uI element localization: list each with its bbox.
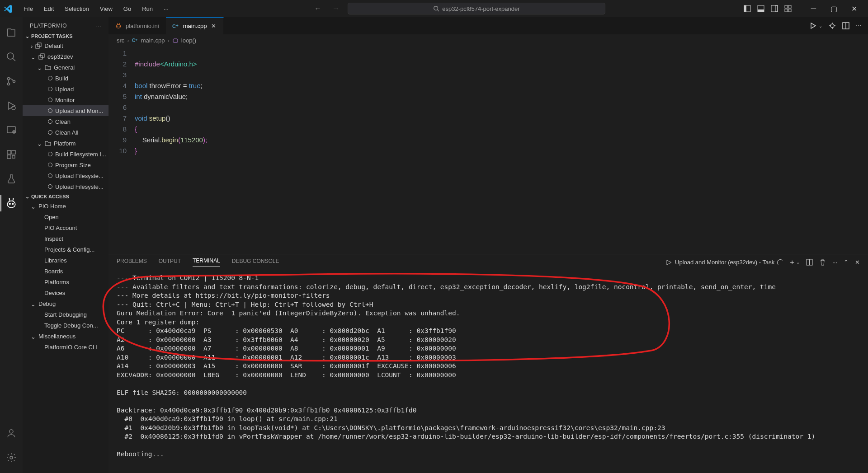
task-clean-all[interactable]: Clean All [23,127,108,138]
qa-platforms[interactable]: Platforms [23,276,108,287]
qa-boards[interactable]: Boards [23,266,108,276]
activity-run-debug-icon[interactable] [0,95,22,117]
task-upload[interactable]: Upload [23,84,108,94]
panel-more-icon[interactable]: ··· [832,259,837,266]
qa-open[interactable]: Open [23,211,108,222]
panel-tab-output[interactable]: OUTPUT [159,258,181,267]
menu-view[interactable]: View [95,4,117,14]
qa-misc[interactable]: ⌄Miscellaneous [23,331,108,342]
qa-devices[interactable]: Devices [23,287,108,298]
section-project-tasks[interactable]: ⌄PROJECT TASKS [23,32,108,40]
qa-libraries[interactable]: Libraries [23,255,108,266]
pio-file-icon [115,22,122,29]
env-esp32dev[interactable]: ⌄esp32dev [23,51,108,62]
split-editor-icon[interactable] [842,22,849,29]
menu-go[interactable]: Go [119,4,136,14]
window-minimize[interactable]: ─ [803,2,824,15]
task-indicator[interactable]: Upload and Monitor (esp32dev) - Task [666,259,783,266]
qa-toggle-debug[interactable]: Toggle Debug Con... [23,320,108,331]
task-program-size[interactable]: Program Size [23,159,108,170]
activity-platformio-icon[interactable] [0,192,22,214]
command-center[interactable]: esp32-pcf8574-port-expander [348,3,605,14]
task-upload-fs2[interactable]: Upload Filesyste... [23,181,108,192]
activity-remote-icon[interactable] [0,119,22,141]
section-quick-access[interactable]: ⌄QUICK ACCESS [23,192,108,201]
line-numbers: 12345678910 [108,46,135,254]
activity-accounts-icon[interactable] [0,422,22,444]
run-icon[interactable] [810,22,817,29]
svg-rect-23 [7,150,11,154]
task-upload-monitor[interactable]: Upload and Mon... [23,105,108,116]
menu-edit[interactable]: Edit [39,4,58,14]
menu-file[interactable]: File [19,4,38,14]
task-monitor[interactable]: Monitor [23,94,108,105]
qa-pio-home[interactable]: ⌄PIO Home [23,201,108,211]
panel: PROBLEMS OUTPUT TERMINAL DEBUG CONSOLE U… [108,254,868,473]
tab-platformio-ini[interactable]: platformio.ini [108,17,166,34]
build-icon[interactable] [829,22,836,29]
svg-line-13 [13,58,15,61]
task-clean[interactable]: Clean [23,116,108,127]
window-maximize[interactable]: ▢ [824,2,844,15]
env-default[interactable]: ›Default [23,40,108,51]
svg-rect-10 [785,9,788,12]
svg-point-0 [434,6,438,10]
breadcrumb[interactable]: src› C⁺ main.cpp› loop() [108,34,868,46]
svg-text:C⁺: C⁺ [172,23,179,29]
panel-tab-problems[interactable]: PROBLEMS [117,258,147,267]
task-build-fs[interactable]: Build Filesystem I... [23,149,108,159]
new-terminal-dropdown-icon[interactable]: ⌄ [796,260,800,265]
layout-sidebar-right-icon[interactable] [771,5,778,12]
kill-terminal-icon[interactable] [819,259,826,266]
task-upload-fs1[interactable]: Upload Filesyste... [23,170,108,181]
svg-point-47 [830,24,834,28]
activity-explorer-icon[interactable] [0,22,22,43]
method-icon [172,37,179,43]
activity-search-icon[interactable] [0,46,22,68]
svg-rect-51 [173,39,178,42]
layout-sidebar-left-icon[interactable] [744,5,751,12]
layout-customize-icon[interactable] [784,5,792,12]
svg-rect-3 [744,5,746,12]
sidebar-more-icon[interactable]: ··· [96,23,101,29]
activity-extensions-icon[interactable] [0,144,22,165]
tab-main-cpp[interactable]: C⁺ main.cpp ✕ [166,17,224,34]
panel-maximize-icon[interactable]: ⌃ [844,259,849,266]
layout-panel-icon[interactable] [757,5,764,12]
activity-settings-icon[interactable] [0,447,22,468]
panel-tabs: PROBLEMS OUTPUT TERMINAL DEBUG CONSOLE U… [108,254,868,270]
folder-general[interactable]: ⌄General [23,62,108,73]
qa-cli[interactable]: PlatformIO Core CLI [23,342,108,352]
run-dropdown-icon[interactable]: ⌄ [819,23,822,28]
menu-selection[interactable]: Selection [60,4,93,14]
window-close[interactable]: ✕ [844,2,864,15]
menu-run[interactable]: Run [137,4,157,14]
activity-source-control-icon[interactable] [0,70,22,92]
editor-more-icon[interactable]: ··· [856,22,862,30]
qa-inspect[interactable]: Inspect [23,233,108,244]
task-build[interactable]: Build [23,73,108,84]
svg-marker-52 [667,260,671,265]
panel-tab-debug-console[interactable]: DEBUG CONSOLE [232,258,279,267]
activity-testing-icon[interactable] [0,168,22,190]
menu-overflow[interactable]: ··· [159,4,173,14]
svg-rect-8 [785,5,788,8]
folder-icon [45,64,51,70]
folder-platform[interactable]: ⌄Platform [23,138,108,149]
qa-start-debug[interactable]: Start Debugging [23,309,108,320]
qa-account[interactable]: PIO Account [23,222,108,233]
terminal-output[interactable]: --- Terminal on COM12 | 115200 8-N-1 ---… [108,270,868,473]
panel-tab-terminal[interactable]: TERMINAL [193,258,220,267]
nav-back-icon[interactable]: ← [311,4,324,14]
code-editor[interactable]: 12345678910 #include<Arduino.h> bool thr… [108,46,868,254]
new-terminal-icon[interactable]: + [790,258,794,267]
svg-point-40 [116,24,120,28]
svg-point-41 [117,26,118,27]
qa-debug[interactable]: ⌄Debug [23,298,108,309]
nav-forward-icon[interactable]: → [330,4,342,14]
split-terminal-icon[interactable] [806,259,813,266]
sidebar: PLATFORMIO ··· ⌄PROJECT TASKS ›Default ⌄… [23,17,108,473]
tab-close-icon[interactable]: ✕ [210,23,217,29]
qa-projects[interactable]: Projects & Config... [23,244,108,255]
panel-close-icon[interactable]: ✕ [855,259,860,266]
